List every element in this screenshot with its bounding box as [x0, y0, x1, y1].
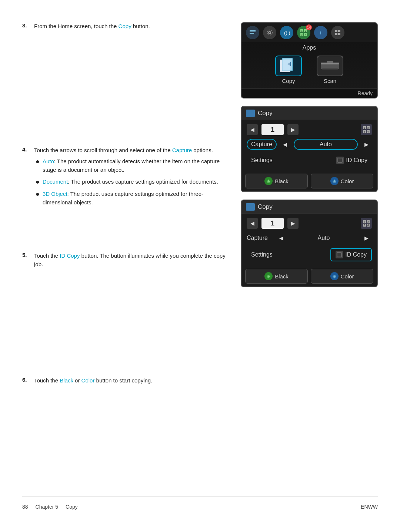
- screen2-count: 1: [261, 124, 284, 135]
- content-area: 3. From the Home screen, touch the Copy …: [22, 22, 378, 496]
- step-5-idcopy-link[interactable]: ID Copy: [60, 252, 80, 259]
- screen3-capture-right-arrow[interactable]: ▶: [361, 232, 372, 244]
- screen2-grid-icon[interactable]: 1 2 3 4: [361, 124, 372, 135]
- step-6-number: 6.: [22, 377, 30, 385]
- home-icon[interactable]: [246, 26, 259, 39]
- copy-app-icon[interactable]: [275, 56, 302, 76]
- step-5: 5. Touch the ID Copy button. The button …: [22, 252, 226, 268]
- svg-text:((·)): ((·)): [284, 30, 290, 36]
- wireless-icon[interactable]: ((·)): [280, 26, 293, 39]
- icon-wrap-1: [246, 26, 259, 39]
- footer-left: 88 Chapter 5 Copy: [22, 504, 78, 510]
- step-4: 4. Touch the arrows to scroll through an…: [22, 146, 226, 211]
- footer-copy-label: Copy: [66, 504, 78, 510]
- screen3-count-row: ◀ 1 ▶ 1 2 3 4: [247, 218, 372, 229]
- screen2-color-start-icon: ◉: [330, 177, 339, 185]
- bullet-dot-3: ●: [36, 190, 40, 207]
- notif-badge: 14: [306, 24, 312, 30]
- screen2-arrow-left[interactable]: ◀: [247, 124, 258, 135]
- screen2-capture-label[interactable]: Capture: [247, 139, 277, 150]
- step-4-text-prefix: Touch the arrows to scroll through and s…: [34, 147, 172, 153]
- device-screen-2: Copy ◀ 1 ▶ 1 2 3 4: [241, 106, 378, 192]
- screen2-black-start-icon: ◉: [264, 177, 273, 185]
- screen1-spacer: [22, 43, 226, 146]
- bullet-auto-link[interactable]: Auto: [43, 158, 54, 164]
- step-5-text-prefix: Touch the: [34, 252, 60, 259]
- right-column: ((·)) 1 2 3 4: [241, 22, 378, 496]
- svg-rect-15: [280, 60, 290, 72]
- screen3-black-start-icon: ◉: [264, 272, 273, 280]
- left-column: 3. From the Home screen, touch the Copy …: [22, 22, 226, 496]
- screen2-idcopy-label: ID Copy: [346, 157, 367, 164]
- screen1-icons: ((·)) 1 2 3 4: [246, 26, 344, 39]
- svg-rect-9: [338, 30, 340, 32]
- step-6-black-link[interactable]: Black: [60, 377, 73, 384]
- step-6-color-link[interactable]: Color: [81, 377, 95, 384]
- bullet-document-link[interactable]: Document: [43, 178, 68, 185]
- step-3-copy-link[interactable]: Copy: [119, 23, 131, 29]
- screen2-capture-value[interactable]: Auto: [294, 139, 358, 150]
- step-6-or: or: [73, 377, 81, 384]
- step-3-content: From the Home screen, touch the Copy but…: [34, 22, 150, 31]
- svg-rect-8: [335, 30, 337, 32]
- screen3-color-start-icon: ◉: [330, 272, 339, 280]
- screen2-capture-row: Capture ◀ Auto ▶: [247, 139, 372, 150]
- scan-app-label: Scan: [324, 78, 336, 84]
- screen2-idcopy-btn[interactable]: ID Copy: [332, 154, 372, 166]
- screen3-black-btn[interactable]: ◉ Black: [245, 269, 308, 284]
- icon-wrap-4: 1 2 3 4 14: [297, 26, 310, 39]
- screen2-settings-btn[interactable]: Settings: [247, 155, 277, 166]
- copy-app-item[interactable]: Copy: [275, 56, 302, 84]
- screen2-idcopy-square-icon: [336, 157, 344, 164]
- step-3-number: 3.: [22, 22, 30, 31]
- screen3-capture-left-arrow[interactable]: ◀: [276, 232, 287, 244]
- svg-text:i: i: [320, 30, 321, 36]
- screen3-color-label: Color: [341, 273, 354, 280]
- step-4-capture-link[interactable]: Capture: [172, 147, 192, 153]
- screen3-capture-row: Capture ◀ Auto ▶: [247, 232, 372, 244]
- screen3-capture-label: Capture: [247, 235, 273, 241]
- scan-app-icon[interactable]: [317, 56, 343, 76]
- screen2-arrow-right[interactable]: ▶: [287, 124, 299, 135]
- scan-app-item[interactable]: Scan: [317, 56, 343, 84]
- screen2-header-icon: [246, 110, 255, 117]
- bullet-dot-2: ●: [36, 178, 40, 186]
- screen2-color-btn[interactable]: ◉ Color: [311, 174, 373, 188]
- screen2-black-btn[interactable]: ◉ Black: [245, 174, 308, 188]
- info-icon[interactable]: i: [314, 26, 327, 39]
- screen3-color-btn[interactable]: ◉ Color: [311, 269, 373, 284]
- bullet-3d-link[interactable]: 3D Object: [43, 191, 67, 197]
- svg-rect-10: [335, 33, 337, 35]
- screen2-header: Copy: [241, 107, 377, 120]
- step-6-content: Touch the Black or Color button to start…: [34, 377, 152, 385]
- screen2-capture-right-arrow[interactable]: ▶: [361, 139, 372, 150]
- screen2-capture-left-arrow[interactable]: ◀: [280, 139, 291, 150]
- screen3-header: Copy: [241, 200, 377, 214]
- screen1-status-bar: Ready: [241, 88, 377, 98]
- step-4-text-suffix: options.: [192, 147, 213, 153]
- settings-icon[interactable]: [263, 26, 276, 39]
- grid-icon[interactable]: [331, 26, 344, 39]
- step-6-text-suffix: button to start copying.: [94, 377, 152, 384]
- screen3-idcopy-btn[interactable]: ID Copy: [330, 248, 372, 261]
- svg-rect-20: [338, 158, 342, 163]
- screen2-spacer: [22, 222, 226, 252]
- screen3-arrow-right[interactable]: ▶: [287, 218, 299, 229]
- screen3-grid-icon[interactable]: 1 2 3 4: [361, 218, 372, 229]
- svg-rect-21: [337, 252, 341, 257]
- screen1-apps-label: Apps: [241, 42, 377, 53]
- svg-point-3: [269, 31, 271, 34]
- step-6: 6. Touch the Black or Color button to st…: [22, 377, 226, 385]
- icon-wrap-5: i: [314, 26, 327, 39]
- screen3-spacer: [22, 280, 226, 377]
- screen2-color-label: Color: [341, 178, 354, 184]
- icon-wrap-3: ((·)): [280, 26, 293, 39]
- bullet-dot-1: ●: [36, 157, 40, 174]
- screen2-settings-row: Settings ID Copy: [247, 154, 372, 167]
- svg-rect-1: [250, 31, 256, 32]
- bullet-3d-text: 3D Object: The product uses capture sett…: [43, 190, 226, 207]
- screen3-black-label: Black: [275, 273, 289, 280]
- step-5-number: 5.: [22, 252, 30, 268]
- screen3-settings-btn[interactable]: Settings: [247, 249, 277, 260]
- screen3-arrow-left[interactable]: ◀: [247, 218, 258, 229]
